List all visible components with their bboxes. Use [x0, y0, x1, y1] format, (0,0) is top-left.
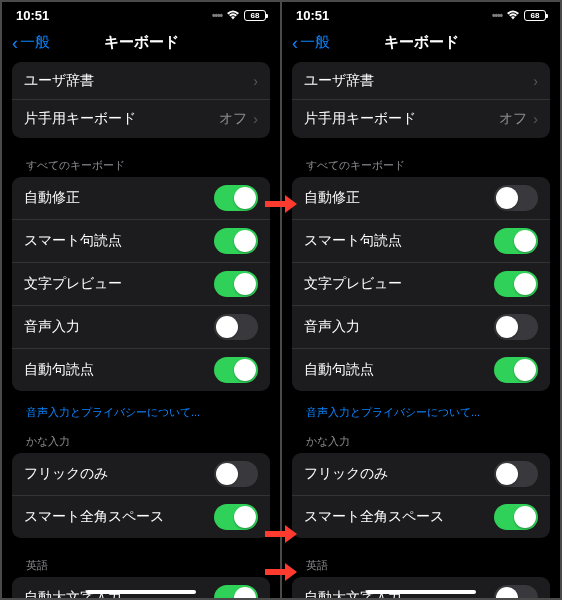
row-label: ユーザ辞書	[24, 72, 94, 90]
phone-right: 10:51 •••• 68 ‹ 一般 キーボード ユーザ辞書 › 片手用キーボー…	[282, 2, 560, 598]
group-kana: フリックのみ スマート全角スペース	[292, 453, 550, 538]
wifi-icon	[506, 8, 520, 23]
toggle-smart-punctuation[interactable]	[494, 228, 538, 254]
row-flick-only: フリックのみ	[12, 453, 270, 496]
section-header-kana: かな入力	[12, 422, 270, 453]
row-character-preview: 文字プレビュー	[12, 263, 270, 306]
toggle-dictation[interactable]	[494, 314, 538, 340]
wifi-icon	[226, 8, 240, 23]
group-all: 自動修正 スマート句読点 文字プレビュー 音声入力 自動句読点	[292, 177, 550, 391]
row-one-handed[interactable]: 片手用キーボード オフ›	[292, 100, 550, 138]
row-flick-only: フリックのみ	[292, 453, 550, 496]
back-label: 一般	[300, 33, 330, 52]
group-all: 自動修正 スマート句読点 文字プレビュー 音声入力 自動句読点	[12, 177, 270, 391]
section-header-english: 英語	[292, 546, 550, 577]
page-title: キーボード	[104, 33, 179, 52]
toggle-auto-punctuation[interactable]	[214, 357, 258, 383]
back-button[interactable]: ‹ 一般	[292, 33, 330, 52]
toggle-smart-fullwidth[interactable]	[494, 504, 538, 530]
chevron-right-icon: ›	[253, 73, 258, 89]
page-title: キーボード	[384, 33, 459, 52]
toggle-autocorrect[interactable]	[494, 185, 538, 211]
status-time: 10:51	[16, 8, 49, 23]
group-top: ユーザ辞書 › 片手用キーボード オフ›	[12, 62, 270, 138]
section-header-kana: かな入力	[292, 422, 550, 453]
home-indicator	[366, 590, 476, 594]
toggle-auto-capitalize[interactable]	[214, 585, 258, 598]
status-time: 10:51	[296, 8, 329, 23]
toggle-character-preview[interactable]	[494, 271, 538, 297]
status-bar: 10:51 •••• 68	[2, 2, 280, 25]
row-label: 片手用キーボード	[24, 110, 136, 128]
row-dictation: 音声入力	[12, 306, 270, 349]
section-header-english: 英語	[12, 546, 270, 577]
row-auto-capitalize: 自動大文字入力	[12, 577, 270, 598]
home-indicator	[86, 590, 196, 594]
cellular-icon: ••••	[492, 10, 502, 21]
status-bar: 10:51 •••• 68	[282, 2, 560, 25]
nav-bar: ‹ 一般 キーボード	[282, 25, 560, 62]
settings-content: ユーザ辞書 › 片手用キーボード オフ› すべてのキーボード 自動修正 スマート…	[2, 62, 280, 598]
group-english: 自動大文字入力 スペルチェック Caps Lockの使用	[12, 577, 270, 598]
toggle-flick-only[interactable]	[494, 461, 538, 487]
toggle-autocorrect[interactable]	[214, 185, 258, 211]
chevron-right-icon: ›	[253, 111, 258, 127]
row-label: ユーザ辞書	[304, 72, 374, 90]
group-kana: フリックのみ スマート全角スペース	[12, 453, 270, 538]
row-one-handed[interactable]: 片手用キーボード オフ›	[12, 100, 270, 138]
status-right: •••• 68	[212, 8, 266, 23]
section-header-all: すべてのキーボード	[12, 146, 270, 177]
battery-icon: 68	[524, 10, 546, 21]
toggle-dictation[interactable]	[214, 314, 258, 340]
toggle-character-preview[interactable]	[214, 271, 258, 297]
battery-icon: 68	[244, 10, 266, 21]
chevron-right-icon: ›	[533, 73, 538, 89]
section-header-all: すべてのキーボード	[292, 146, 550, 177]
row-dictation: 音声入力	[292, 306, 550, 349]
row-user-dictionary[interactable]: ユーザ辞書 ›	[292, 62, 550, 100]
dictation-privacy-link[interactable]: 音声入力とプライバシーについて...	[12, 399, 270, 422]
cellular-icon: ••••	[212, 10, 222, 21]
row-smart-fullwidth: スマート全角スペース	[292, 496, 550, 538]
toggle-auto-capitalize[interactable]	[494, 585, 538, 598]
row-user-dictionary[interactable]: ユーザ辞書 ›	[12, 62, 270, 100]
dictation-privacy-link[interactable]: 音声入力とプライバシーについて...	[292, 399, 550, 422]
chevron-right-icon: ›	[533, 111, 538, 127]
row-label: 片手用キーボード	[304, 110, 416, 128]
back-button[interactable]: ‹ 一般	[12, 33, 50, 52]
chevron-left-icon: ‹	[12, 34, 18, 52]
toggle-auto-punctuation[interactable]	[494, 357, 538, 383]
row-character-preview: 文字プレビュー	[292, 263, 550, 306]
nav-bar: ‹ 一般 キーボード	[2, 25, 280, 62]
chevron-left-icon: ‹	[292, 34, 298, 52]
settings-content: ユーザ辞書 › 片手用キーボード オフ› すべてのキーボード 自動修正 スマート…	[282, 62, 560, 598]
toggle-smart-punctuation[interactable]	[214, 228, 258, 254]
row-value: オフ	[499, 110, 527, 128]
arrow-icon	[265, 563, 297, 581]
row-auto-capitalize: 自動大文字入力	[292, 577, 550, 598]
row-auto-punctuation: 自動句読点	[292, 349, 550, 391]
row-value: オフ	[219, 110, 247, 128]
row-smart-punctuation: スマート句読点	[12, 220, 270, 263]
group-top: ユーザ辞書 › 片手用キーボード オフ›	[292, 62, 550, 138]
back-label: 一般	[20, 33, 50, 52]
toggle-flick-only[interactable]	[214, 461, 258, 487]
row-auto-punctuation: 自動句読点	[12, 349, 270, 391]
phone-left: 10:51 •••• 68 ‹ 一般 キーボード ユーザ辞書 › 片手用キーボー…	[2, 2, 280, 598]
status-right: •••• 68	[492, 8, 546, 23]
toggle-smart-fullwidth[interactable]	[214, 504, 258, 530]
row-autocorrect: 自動修正	[292, 177, 550, 220]
row-smart-fullwidth: スマート全角スペース	[12, 496, 270, 538]
arrow-icon	[265, 525, 297, 543]
row-autocorrect: 自動修正	[12, 177, 270, 220]
group-english: 自動大文字入力 スペルチェック Caps Lockの使用	[292, 577, 550, 598]
arrow-icon	[265, 195, 297, 213]
row-smart-punctuation: スマート句読点	[292, 220, 550, 263]
